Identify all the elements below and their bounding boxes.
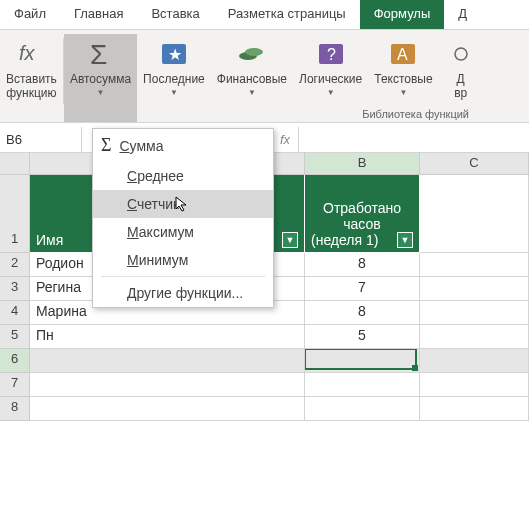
tab-formulas[interactable]: Формулы	[360, 0, 445, 29]
chevron-down-icon: ▼	[248, 88, 256, 97]
chevron-down-icon: ▼	[97, 88, 105, 97]
row-header-5[interactable]: 5	[0, 325, 30, 349]
financial-button[interactable]: Финансовые ▼	[211, 34, 293, 122]
row-header-1[interactable]: 1	[0, 229, 30, 253]
dropdown-more[interactable]: Другие функции...	[93, 279, 273, 307]
cell-b3[interactable]: 7	[305, 277, 420, 301]
tab-layout[interactable]: Разметка страницы	[214, 0, 360, 29]
question-icon: ?	[315, 38, 347, 70]
datetime-label: Д вр	[454, 72, 467, 101]
dropdown-sum[interactable]: Σ Сумма	[93, 129, 273, 162]
table-header-hours[interactable]: Отработано часов (неделя 1) ▼	[305, 175, 420, 253]
recent-button[interactable]: ★ Последние ▼	[137, 34, 211, 122]
header-hours-l2: часов	[343, 216, 380, 232]
fill-handle[interactable]	[412, 365, 418, 371]
dropdown-average[interactable]: Среднее	[93, 162, 273, 190]
cell-b5[interactable]: 5	[305, 325, 420, 349]
svg-point-5	[245, 48, 263, 56]
ribbon: fx Вставить функцию Σ Автосумма ▼ ★ Посл…	[0, 30, 529, 123]
financial-label: Финансовые	[217, 72, 287, 86]
tab-insert[interactable]: Вставка	[137, 0, 213, 29]
dropdown-min[interactable]: Минимум	[93, 246, 273, 274]
header-hours-l1: Отработано	[323, 200, 401, 216]
row-header-8[interactable]: 8	[0, 397, 30, 421]
cell-b2[interactable]: 8	[305, 253, 420, 277]
fx-icon: fx	[15, 38, 47, 70]
cell-c4[interactable]	[420, 301, 529, 325]
autosum-dropdown: Σ Сумма Среднее Счетчик Максимум Минимум…	[92, 128, 274, 308]
cell-c5[interactable]	[420, 325, 529, 349]
svg-text:★: ★	[168, 46, 182, 63]
recent-label: Последние	[143, 72, 205, 86]
logical-button[interactable]: ? Логические ▼	[293, 34, 368, 122]
star-icon: ★	[158, 38, 190, 70]
cell-c3[interactable]	[420, 277, 529, 301]
coins-icon	[236, 38, 268, 70]
row-header-7[interactable]: 7	[0, 373, 30, 397]
cursor-icon	[175, 196, 191, 212]
logical-label: Логические	[299, 72, 362, 86]
svg-text:A: A	[397, 46, 408, 63]
sigma-icon: Σ	[84, 38, 116, 70]
tab-file[interactable]: Файл	[0, 0, 60, 29]
chevron-down-icon: ▼	[399, 88, 407, 97]
cell-a8[interactable]	[30, 397, 305, 421]
svg-text:Σ: Σ	[90, 39, 107, 70]
cell-a6[interactable]	[30, 349, 305, 373]
cell-a5[interactable]: Пн	[30, 325, 305, 349]
clock-icon	[445, 38, 477, 70]
cell-b4[interactable]: 8	[305, 301, 420, 325]
select-all-corner[interactable]	[0, 153, 30, 175]
row-header-3[interactable]: 3	[0, 277, 30, 301]
chevron-down-icon: ▼	[170, 88, 178, 97]
sigma-icon: Σ	[101, 135, 111, 156]
cell-c1[interactable]	[420, 175, 529, 253]
header-hours-l3: (неделя 1)	[311, 232, 378, 248]
col-header-c[interactable]: C	[420, 153, 529, 175]
row-header-blank[interactable]	[0, 175, 30, 229]
autosum-label: Автосумма	[70, 72, 131, 86]
text-label: Текстовые	[374, 72, 432, 86]
library-group-label: Библиотека функций	[362, 108, 469, 120]
svg-text:fx: fx	[19, 42, 36, 64]
dropdown-max[interactable]: Максимум	[93, 218, 273, 246]
cell-c8[interactable]	[420, 397, 529, 421]
formula-input[interactable]	[299, 130, 529, 149]
text-icon: A	[387, 38, 419, 70]
row-header-4[interactable]: 4	[0, 301, 30, 325]
cell-b8[interactable]	[305, 397, 420, 421]
cell-c6[interactable]	[420, 349, 529, 373]
dropdown-count[interactable]: Счетчик	[93, 190, 273, 218]
insert-function-button[interactable]: fx Вставить функцию	[0, 34, 63, 122]
insert-function-label: Вставить функцию	[6, 72, 57, 101]
cell-c2[interactable]	[420, 253, 529, 277]
header-name-text: Имя	[36, 232, 63, 248]
autosum-button[interactable]: Σ Автосумма ▼	[64, 34, 137, 122]
fx-icon[interactable]: fx	[272, 127, 299, 152]
tab-bar: Файл Главная Вставка Разметка страницы Ф…	[0, 0, 529, 30]
chevron-down-icon: ▼	[327, 88, 335, 97]
tab-review[interactable]: Д	[444, 0, 481, 29]
row-header-2[interactable]: 2	[0, 253, 30, 277]
svg-point-10	[455, 48, 467, 60]
filter-button[interactable]: ▼	[397, 232, 413, 248]
cell-b7[interactable]	[305, 373, 420, 397]
cell-a7[interactable]	[30, 373, 305, 397]
svg-text:?: ?	[327, 46, 336, 63]
cell-c7[interactable]	[420, 373, 529, 397]
name-box[interactable]: B6	[0, 127, 82, 152]
row-header-6[interactable]: 6	[0, 349, 30, 373]
selection-outline	[305, 349, 417, 370]
tab-home[interactable]: Главная	[60, 0, 137, 29]
cell-b6[interactable]	[305, 349, 420, 373]
col-header-b[interactable]: B	[305, 153, 420, 175]
filter-button[interactable]: ▼	[282, 232, 298, 248]
